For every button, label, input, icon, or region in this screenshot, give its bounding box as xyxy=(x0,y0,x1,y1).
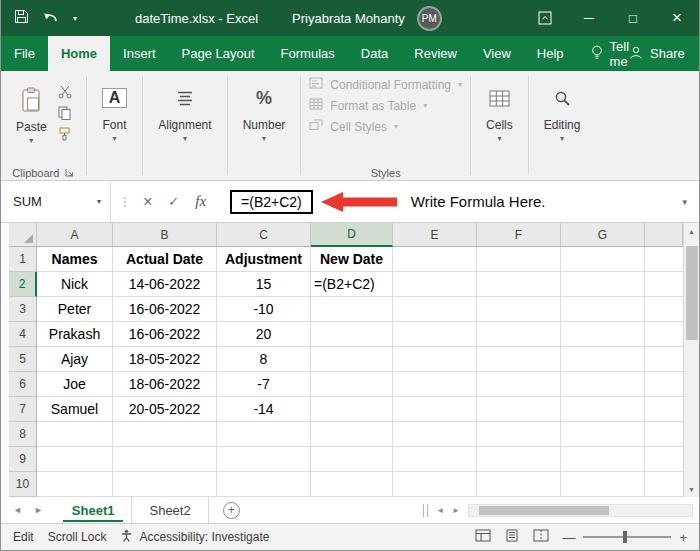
zoom-in-icon[interactable]: + xyxy=(679,530,687,545)
name-box[interactable]: SUM ▾ xyxy=(1,181,111,222)
formula-bar-expand-icon[interactable]: ▾ xyxy=(682,197,687,207)
cancel-icon[interactable]: × xyxy=(143,193,152,211)
column-header-D[interactable]: D xyxy=(311,223,393,247)
new-sheet-button[interactable]: + xyxy=(223,502,240,519)
cell-F4[interactable] xyxy=(477,322,561,347)
copy-button[interactable] xyxy=(58,105,72,121)
cell-D9[interactable] xyxy=(311,447,393,472)
tab-home[interactable]: Home xyxy=(48,36,110,71)
page-layout-view-icon[interactable] xyxy=(504,529,520,545)
column-header-C[interactable]: C xyxy=(217,223,311,247)
tab-insert[interactable]: Insert xyxy=(110,36,169,71)
row-header-4[interactable]: 4 xyxy=(9,322,37,347)
row-header-9[interactable]: 9 xyxy=(9,447,37,472)
tab-help[interactable]: Help xyxy=(524,36,577,71)
cell-A6[interactable]: Joe xyxy=(37,372,113,397)
sheet-nav-right-icon[interactable]: ► xyxy=(34,505,43,515)
insert-function-icon[interactable]: fx xyxy=(195,193,206,210)
cell-A5[interactable]: Ajay xyxy=(37,347,113,372)
close-button[interactable]: × xyxy=(655,0,699,36)
qat-chevron-down-icon[interactable]: ▾ xyxy=(73,14,77,23)
row-header-7[interactable]: 7 xyxy=(9,397,37,422)
cell-E4[interactable] xyxy=(393,322,477,347)
tab-review[interactable]: Review xyxy=(401,36,470,71)
cell-G2[interactable] xyxy=(561,272,645,297)
cell-D7[interactable] xyxy=(311,397,393,422)
editing-group-button[interactable]: Editing ▾ xyxy=(535,76,590,143)
cell-A3[interactable]: Peter xyxy=(37,297,113,322)
maximize-button[interactable]: □ xyxy=(611,0,655,36)
cells-group-button[interactable]: Cells ▾ xyxy=(477,76,522,143)
save-icon[interactable] xyxy=(14,9,29,27)
cell-A1[interactable]: Names xyxy=(37,247,113,272)
cell-A9[interactable] xyxy=(37,447,113,472)
cell-F6[interactable] xyxy=(477,372,561,397)
clipboard-dialog-launcher-icon[interactable] xyxy=(65,167,74,179)
cell-B3[interactable]: 16-06-2022 xyxy=(113,297,217,322)
cell-C8[interactable] xyxy=(217,422,311,447)
cell-F3[interactable] xyxy=(477,297,561,322)
number-group-button[interactable]: % Number ▾ xyxy=(234,76,295,143)
tab-file[interactable]: File xyxy=(1,36,48,71)
hscroll-right-icon[interactable]: ► xyxy=(452,506,460,515)
zoom-slider[interactable] xyxy=(583,536,671,538)
row-header-10[interactable]: 10 xyxy=(9,472,37,497)
cell-E8[interactable] xyxy=(393,422,477,447)
cell-C7[interactable]: -14 xyxy=(217,397,311,422)
cell-F8[interactable] xyxy=(477,422,561,447)
tab-page-layout[interactable]: Page Layout xyxy=(169,36,268,71)
row-header-6[interactable]: 6 xyxy=(9,372,37,397)
select-all-corner[interactable] xyxy=(9,223,37,247)
cell-D3[interactable] xyxy=(311,297,393,322)
cell-F10[interactable] xyxy=(477,472,561,497)
cell-C6[interactable]: -7 xyxy=(217,372,311,397)
tab-data[interactable]: Data xyxy=(348,36,401,71)
cell-A10[interactable] xyxy=(37,472,113,497)
cell-E7[interactable] xyxy=(393,397,477,422)
zoom-out-icon[interactable]: — xyxy=(562,530,575,545)
cell-D6[interactable] xyxy=(311,372,393,397)
cell-F1[interactable] xyxy=(477,247,561,272)
alignment-group-button[interactable]: Alignment ▾ xyxy=(149,76,220,143)
scroll-down-icon[interactable]: ▼ xyxy=(684,481,699,497)
cell-G8[interactable] xyxy=(561,422,645,447)
row-header-5[interactable]: 5 xyxy=(9,347,37,372)
cell-C10[interactable] xyxy=(217,472,311,497)
cell-C2[interactable]: 15 xyxy=(217,272,311,297)
cut-button[interactable] xyxy=(58,84,72,100)
name-box-chevron-down-icon[interactable]: ▾ xyxy=(97,197,101,206)
normal-view-icon[interactable] xyxy=(475,529,491,545)
format-as-table-button[interactable]: Format as Table ▾ xyxy=(309,98,427,113)
vertical-scrollbar[interactable]: ▲ ▼ xyxy=(683,223,699,497)
cell-F9[interactable] xyxy=(477,447,561,472)
sheet-nav-left-icon[interactable]: ◄ xyxy=(13,505,22,515)
cell-G7[interactable] xyxy=(561,397,645,422)
cell-B1[interactable]: Actual Date xyxy=(113,247,217,272)
cell-B8[interactable] xyxy=(113,422,217,447)
horizontal-scrollbar[interactable] xyxy=(468,504,693,517)
cell-E3[interactable] xyxy=(393,297,477,322)
cell-D2[interactable]: =(B2+C2) xyxy=(311,272,393,297)
cell-C5[interactable]: 8 xyxy=(217,347,311,372)
cell-A8[interactable] xyxy=(37,422,113,447)
vertical-scroll-thumb[interactable] xyxy=(686,246,698,340)
zoom-slider-thumb[interactable] xyxy=(623,531,627,543)
hscroll-left-icon[interactable]: ◄ xyxy=(436,506,444,515)
column-header-E[interactable]: E xyxy=(393,223,477,247)
cell-B7[interactable]: 20-05-2022 xyxy=(113,397,217,422)
row-header-8[interactable]: 8 xyxy=(9,422,37,447)
cell-G6[interactable] xyxy=(561,372,645,397)
cell-A7[interactable]: Samuel xyxy=(37,397,113,422)
undo-icon[interactable] xyxy=(43,10,59,27)
formula-bar-grip-icon[interactable]: ⋮ xyxy=(111,195,139,209)
cell-D4[interactable] xyxy=(311,322,393,347)
enter-check-icon[interactable]: ✓ xyxy=(168,194,179,209)
cell-B2[interactable]: 14-06-2022 xyxy=(113,272,217,297)
cell-F7[interactable] xyxy=(477,397,561,422)
cell-E2[interactable] xyxy=(393,272,477,297)
tell-me-box[interactable]: Tell me xyxy=(591,36,630,71)
cell-G10[interactable] xyxy=(561,472,645,497)
sheet-tab-sheet1[interactable]: Sheet1 xyxy=(55,497,133,523)
cell-E9[interactable] xyxy=(393,447,477,472)
accessibility-checker[interactable]: Accessibility: Investigate xyxy=(120,529,269,545)
